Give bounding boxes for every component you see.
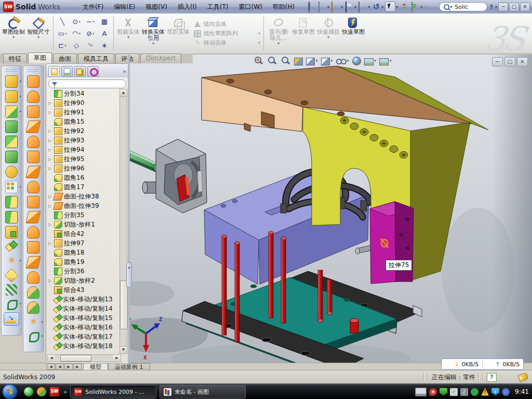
save-dropdown[interactable]: ▾ — [354, 5, 356, 9]
property-manager-tab[interactable] — [61, 66, 73, 77]
dropdown-icon[interactable]: ▾ — [331, 59, 333, 63]
menu-帮助(H)[interactable]: 帮助(H) — [268, 1, 299, 13]
sketch-entity-icon[interactable]: ▦ — [98, 16, 111, 28]
tree-item[interactable]: ▷拉伸97 — [47, 238, 120, 248]
tree-item[interactable]: ▷拉伸95 — [47, 154, 120, 164]
toolbar-icon-y[interactable]: ▾ — [5, 75, 18, 88]
tree-item[interactable]: 圆角17 — [47, 182, 120, 192]
expand-arrow[interactable]: ▷ — [47, 110, 52, 115]
toolbar-icon-curve[interactable]: ▾ — [6, 298, 17, 310]
tree-item[interactable]: 组合42 — [47, 229, 120, 238]
help-button[interactable]: ? — [488, 4, 495, 10]
scroll-thumb[interactable] — [60, 355, 91, 362]
new-dropdown[interactable]: ▾ — [327, 5, 329, 9]
toolbar-icon-dots[interactable]: ▾ — [5, 181, 18, 193]
part-gray-cam[interactable] — [142, 139, 207, 213]
search-dropdown[interactable]: ▾ — [450, 5, 452, 9]
section-view-icon[interactable] — [294, 58, 303, 65]
toolbar-icon-yg[interactable]: ▾ — [5, 105, 18, 118]
certificate-icon[interactable]: ✓ — [450, 388, 458, 396]
sketch-entity-icon[interactable]: ⊙▾ — [70, 16, 83, 28]
expand-arrow[interactable]: ▷ — [47, 148, 52, 152]
scroll-thumb[interactable] — [120, 281, 128, 329]
tree-item[interactable]: ▷拉伸96 — [47, 164, 120, 173]
antivirus-icon[interactable]: × — [429, 388, 437, 396]
open-dropdown[interactable]: ▾ — [341, 5, 343, 9]
new-document-icon[interactable] — [317, 2, 327, 11]
dropdown-icon[interactable]: ▾ — [316, 59, 318, 63]
tag-icon[interactable] — [517, 372, 529, 382]
tab-评估[interactable]: 评估 — [115, 54, 139, 63]
task-button[interactable]: 未命名 - 画图 — [159, 385, 246, 398]
dropdown-icon[interactable]: ▾ — [390, 59, 392, 63]
cmd-button[interactable]: 剪裁实体▾ — [116, 15, 141, 52]
toolbar-icon-g2[interactable] — [5, 136, 18, 148]
options-checklist-icon[interactable] — [410, 2, 420, 11]
cmd-button[interactable]: 草图绘制▾ — [1, 15, 26, 52]
toolbar-grip[interactable] — [6, 69, 17, 72]
app-icon[interactable] — [37, 387, 46, 396]
menu-工具(T)[interactable]: 工具(T) — [203, 1, 233, 13]
sketch-entity-icon[interactable]: ▭▾ — [56, 28, 69, 39]
doc-restore-button[interactable]: □ — [504, 57, 515, 66]
open-folder-icon[interactable] — [331, 2, 340, 11]
cmd-button[interactable]: 修复草图 — [291, 15, 316, 52]
sketch-entity-icon[interactable]: ⊏▾ — [56, 40, 69, 51]
dimxpert-manager-tab[interactable] — [87, 66, 99, 77]
tree-item[interactable]: 分割34 — [47, 89, 120, 98]
toolbar-icon-og[interactable] — [27, 286, 39, 299]
sketch-entity-icon[interactable]: A — [98, 28, 111, 39]
toolbar-icon-o[interactable] — [27, 241, 39, 254]
tree-item[interactable]: ▷拉伸93 — [47, 136, 120, 145]
toolbar-icon-curve[interactable]: ▾ — [28, 330, 39, 342]
doc-close-button[interactable]: × — [517, 57, 528, 66]
dropdown-icon[interactable]: ▾ — [12, 36, 15, 39]
print-dropdown[interactable]: ▾ — [368, 5, 370, 9]
appearances-icon[interactable] — [352, 57, 361, 65]
menu-视图(V)[interactable]: 视图(V) — [141, 1, 172, 13]
menu-编辑(E)[interactable]: 编辑(E) — [109, 1, 140, 13]
cmd-button[interactable]: 智能尺寸▾ — [26, 15, 51, 52]
toolbar-icon-o[interactable] — [27, 105, 39, 118]
tree-item[interactable]: 圆角18 — [47, 248, 120, 257]
tree-item[interactable]: ▷拉伸91 — [47, 108, 120, 117]
tab-模具工具[interactable]: 模具工具 — [78, 54, 114, 63]
dropdown-icon[interactable]: ▾ — [327, 36, 329, 39]
expand-arrow[interactable]: ▷ — [47, 129, 52, 134]
hide-show-items-icon[interactable] — [336, 56, 346, 65]
tree-item[interactable]: 分割35 — [47, 210, 120, 220]
tree-item[interactable]: 圆角16 — [47, 173, 120, 182]
sketch-entity-icon[interactable]: ⊘▾ — [84, 28, 97, 39]
expand-arrow[interactable]: ▷ — [47, 241, 52, 246]
configuration-manager-tab[interactable] — [74, 66, 86, 77]
sketch-entity-icon[interactable]: ◇ — [70, 40, 83, 51]
cmd-button[interactable]: 转换实体引用▾ — [141, 15, 166, 52]
sketch-entity-icon[interactable]: ~▾ — [84, 16, 97, 28]
tree-item[interactable]: ▷拉伸90 — [47, 98, 120, 108]
save-icon[interactable] — [344, 2, 354, 11]
panel-tabs-overflow[interactable]: » — [123, 68, 126, 75]
panel-splitter[interactable]: ◂▸ — [128, 55, 130, 363]
tab-nav-1[interactable]: ◀ — [56, 364, 64, 370]
zoom-previous-icon[interactable] — [281, 56, 291, 65]
audio-icon[interactable]: ♪ — [460, 388, 468, 396]
status-help-icon[interactable]: ? — [487, 373, 497, 382]
phone-icon[interactable] — [471, 388, 478, 396]
tree-filter-input[interactable] — [48, 79, 126, 88]
dropdown-icon[interactable]: ▾ — [375, 59, 377, 63]
toolbar-icon-o2[interactable] — [27, 226, 39, 238]
toolbar-grip[interactable] — [28, 69, 38, 72]
toolbar-icon-spark[interactable]: ▾ — [28, 316, 39, 328]
tree-item[interactable]: ▷切除-放样2 — [47, 276, 120, 285]
toolbar-icon-mc[interactable] — [6, 241, 17, 252]
expand-arrow[interactable]: ▷ — [47, 138, 52, 143]
toolbar-icon-g[interactable] — [5, 151, 18, 163]
toolbar-icon-o3[interactable] — [25, 211, 41, 223]
toolbar-icon-o3[interactable] — [25, 166, 41, 178]
tree-item[interactable]: 实体-移动/复制14 — [47, 304, 120, 313]
cmd-button[interactable]: 显示/删除几...▾ — [266, 15, 291, 52]
tree-item[interactable]: 实体-移动/复制16 — [47, 323, 120, 332]
feature-manager-tab[interactable] — [48, 66, 60, 77]
undo-icon[interactable]: ↺ — [371, 2, 381, 11]
warning-icon[interactable]: ! — [481, 388, 489, 396]
